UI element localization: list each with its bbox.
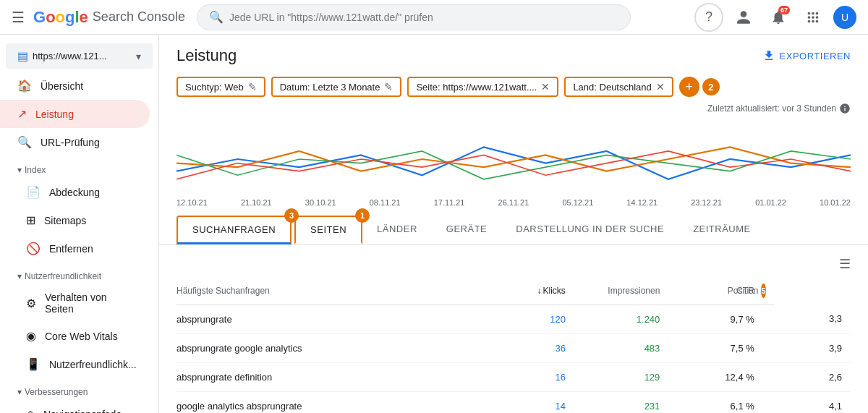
klicks-cell: 120	[480, 305, 574, 333]
filter-datum[interactable]: Datum: Letzte 3 Monate ✎	[271, 77, 402, 97]
tab-geraete[interactable]: GERÄTE	[432, 216, 501, 244]
site-selector[interactable]: ▤ https://www.121... ▾	[6, 43, 153, 69]
logo-o1: o	[46, 8, 55, 26]
filter-land[interactable]: Land: Deutschland ✕	[564, 77, 673, 97]
sidebar-item-abdeckung[interactable]: 📄 Abdeckung	[0, 178, 150, 206]
export-label: EXPORTIEREN	[780, 51, 851, 61]
logo-e: e	[80, 8, 88, 26]
query-cell: absprungrate google analytics	[176, 333, 480, 362]
trending-icon: ↗	[17, 107, 27, 121]
settings-icon: ⚙	[26, 297, 36, 310]
section-label: Index	[25, 165, 46, 175]
tab-suchanfragen[interactable]: SUCHANFRAGEN	[176, 216, 292, 244]
query-cell: absprungrate definition	[176, 362, 480, 391]
filter-seite[interactable]: Seite: https://www.121watt.... ✕	[407, 77, 558, 97]
table-row: absprungrate google analytics 36 483 7,5…	[176, 333, 851, 362]
position-cell: 2,6	[763, 362, 851, 391]
filter-suchtyp[interactable]: Suchtyp: Web ✎	[176, 77, 265, 97]
content-header: Leistung EXPORTIEREN	[159, 35, 868, 71]
filter-label: Land: Deutschland	[573, 82, 651, 93]
col-header-query: Häufigste Suchanfragen	[176, 278, 480, 305]
menu-icon[interactable]: ☰	[12, 9, 25, 26]
notification-badge: 67	[778, 6, 790, 14]
sidebar-item-url-pruefung[interactable]: 🔍 URL-Prüfung	[0, 128, 150, 156]
account-button[interactable]	[729, 3, 758, 32]
close-icon[interactable]: ✕	[541, 81, 550, 93]
sidebar-item-label: Entfernen	[49, 243, 93, 255]
ctr-cell: 7,5 %	[668, 333, 762, 362]
sidebar-item-label: Verhalten von Seiten	[45, 291, 132, 315]
sidebar-item-verhalten[interactable]: ⚙ Verhalten von Seiten	[0, 284, 150, 322]
apps-button[interactable]	[799, 3, 827, 32]
sidebar-item-label: Core Web Vitals	[45, 331, 118, 342]
add-filter-button[interactable]: +	[679, 77, 699, 97]
export-button[interactable]: EXPORTIEREN	[762, 49, 851, 62]
chevron-icon: ▾	[17, 271, 22, 281]
page-title: Leistung	[176, 46, 237, 65]
position-cell: 3,9	[763, 333, 851, 362]
impressionen-cell: 231	[574, 391, 668, 413]
sidebar-item-core-web[interactable]: ◉ Core Web Vitals	[0, 322, 150, 350]
remove-icon: 🚫	[26, 242, 41, 255]
impressionen-cell: 1.240	[574, 305, 668, 333]
tab-darstellung[interactable]: DARSTELLUNG IN DER SUCHE	[501, 216, 678, 244]
date-label: 01.01.22	[755, 198, 786, 207]
sidebar-item-label: Navigationspfade	[43, 409, 122, 414]
notifications-button[interactable]: 67	[764, 3, 793, 32]
table-header-row: ☰	[176, 256, 851, 272]
section-label: Nutzerfreundlichkeit	[25, 271, 101, 281]
close-icon[interactable]: ✕	[656, 81, 665, 93]
logo-o2: o	[56, 8, 65, 26]
search-bar[interactable]: 🔍	[197, 4, 631, 30]
topbar: ☰ Google Search Console 🔍 ? 67 U	[0, 0, 868, 35]
search-input[interactable]	[229, 12, 618, 23]
filter-count-badge: 2	[702, 78, 720, 95]
col-header-position[interactable]: Position 5	[763, 278, 775, 305]
topbar-right: ? 67 U	[694, 3, 856, 32]
impressionen-cell: 129	[574, 362, 668, 391]
sidebar-item-label: Leistung	[35, 108, 74, 120]
tabs: SUCHANFRAGEN 3 SEITEN 1 LÄNDER GERÄTE	[176, 216, 851, 244]
date-label: 08.11.21	[370, 198, 401, 207]
mobile-icon: 📱	[26, 357, 41, 371]
date-label: 12.10.21	[176, 198, 208, 207]
section-verbesserungen[interactable]: ▾ Verbesserungen	[0, 378, 158, 400]
edit-icon[interactable]: ✎	[384, 81, 393, 93]
section-nutzerfreundlichkeit[interactable]: ▾ Nutzerfreundlichkeit	[0, 263, 158, 284]
col-header-impressionen[interactable]: Impressionen	[574, 278, 668, 305]
filter-sort-icon[interactable]: ☰	[839, 256, 851, 272]
table-row: google analytics absprungrate 14 231 6,1…	[176, 391, 851, 413]
filter-label: Seite: https://www.121watt....	[416, 82, 537, 93]
sidebar-item-entfernen[interactable]: 🚫 Entfernen	[0, 234, 150, 263]
content-area: Leistung EXPORTIEREN Suchtyp: Web ✎ Datu…	[159, 35, 868, 413]
avatar[interactable]: U	[833, 6, 856, 29]
section-index[interactable]: ▾ Index	[0, 156, 158, 178]
col-header-klicks[interactable]: ↓Klicks	[480, 278, 574, 305]
sidebar-item-leistung[interactable]: ↗ Leistung	[0, 100, 150, 128]
sidebar-item-uebersicht[interactable]: 🏠 Übersicht	[0, 72, 150, 100]
nav-icon: ◈	[26, 407, 35, 413]
ctr-cell: 6,1 %	[668, 391, 762, 413]
tab-laender[interactable]: LÄNDER	[362, 216, 432, 244]
main-layout: ▤ https://www.121... ▾ 🏠 Übersicht ↗ Lei…	[0, 35, 868, 413]
chart-dates: 12.10.21 21.10.21 30.10.21 08.11.21 17.1…	[159, 195, 868, 210]
position-cell: 3,3	[763, 305, 851, 333]
klicks-cell: 16	[480, 362, 574, 391]
sidebar-item-label: Abdeckung	[49, 187, 100, 198]
tab-badge-seiten: 1	[355, 208, 370, 223]
last-updated: Zuletzt aktualisiert: vor 3 Stunden	[707, 103, 851, 114]
date-label: 21.10.21	[241, 198, 272, 207]
filter-label: Suchtyp: Web	[185, 82, 244, 93]
tab-zeitraeume[interactable]: ZEITRÄUME	[678, 216, 765, 244]
help-button[interactable]: ?	[694, 3, 723, 32]
sidebar-item-nutzerfreundlich[interactable]: 📱 Nutzerfreundlichk...	[0, 350, 150, 378]
site-name: https://www.121...	[33, 51, 132, 61]
data-table: Häufigste Suchanfragen ↓Klicks Impressio…	[176, 278, 851, 413]
sidebar-item-sitemaps[interactable]: ⊞ Sitemaps	[0, 206, 150, 234]
ctr-cell: 12,4 %	[668, 362, 762, 391]
edit-icon[interactable]: ✎	[248, 81, 257, 93]
tab-seiten[interactable]: SEITEN	[294, 216, 362, 244]
sidebar-item-navigationspfade[interactable]: ◈ Navigationspfade	[0, 400, 150, 413]
sidebar: ▤ https://www.121... ▾ 🏠 Übersicht ↗ Lei…	[0, 35, 159, 413]
sidebar-item-label: Übersicht	[41, 80, 83, 92]
